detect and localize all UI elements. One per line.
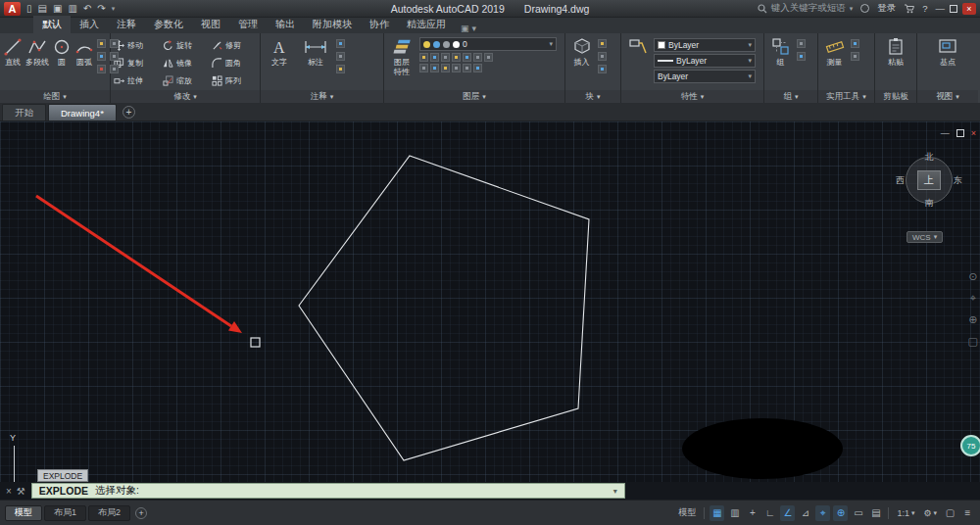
ribbon-tab-output[interactable]: 输出 [267,16,304,33]
layout-tab-layout2[interactable]: 布局2 [88,505,130,521]
qat-dropdown-icon[interactable]: ▾ [112,2,116,16]
circle-button[interactable]: 圆 [52,35,72,67]
panel-label-block[interactable]: 块 ▾ [565,90,620,103]
selection-cycling-icon[interactable]: ▤ [868,505,883,521]
scale-button[interactable]: 缩放 [163,72,210,89]
measure-button[interactable]: 测量 [821,35,848,67]
ribbon-tab-insert[interactable]: 插入 [71,16,108,33]
panel-label-layers[interactable]: 图层 ▾ [384,90,564,103]
command-input[interactable]: EXPLODE 选择对象: ▾ [31,483,625,499]
layer-thaw-icon[interactable] [430,64,439,72]
pan-icon[interactable]: ⌖ [970,292,976,305]
object-snap-icon[interactable]: ⊕ [833,505,848,521]
viewcube[interactable]: 北 西 东 南 上 [900,151,958,210]
orbit-icon[interactable]: ▢ [968,335,978,348]
viewcube-south[interactable]: 南 [925,197,934,210]
new-file-icon[interactable]: ▯ [26,2,32,16]
drawing-canvas[interactable]: — × 北 西 东 南 上 WCS ▾ ⊙ ⌖ ⊕ ▢ Y 75 [0,121,980,482]
id-point-tool-icon[interactable] [851,52,859,61]
new-layout-button[interactable]: + [135,507,147,519]
edit-attribute-tool-icon[interactable] [598,52,607,61]
array-button[interactable]: 阵列 [212,72,259,89]
layer-dropdown[interactable]: 0 ▾ [419,37,557,51]
infer-constraints-icon[interactable]: + [745,505,760,521]
close-icon[interactable]: × [962,3,976,15]
panel-label-modify[interactable]: 修改 ▾ [111,90,260,103]
layer-current-icon[interactable] [452,64,461,72]
group-edit-tool-icon[interactable] [797,52,806,61]
layer-lock-tool-icon[interactable] [452,53,461,62]
create-block-tool-icon[interactable] [598,39,607,48]
color-dropdown[interactable]: ByLayer ▾ [654,38,756,52]
rectangle-tool-icon[interactable] [97,39,106,48]
ortho-toggle-icon[interactable]: ∟ [762,505,777,521]
file-tab-drawing4[interactable]: Drawing4* [48,104,117,120]
pentagon-polyline[interactable] [299,156,589,460]
layer-unisolate-icon[interactable] [419,64,428,72]
fullscreen-icon[interactable]: ▢ [943,505,957,521]
undo-icon[interactable]: ↶ [83,2,91,16]
autocad-logo[interactable]: A [4,2,21,16]
match-properties-button[interactable] [624,35,651,57]
ribbon-tab-collaborate[interactable]: 协作 [361,16,398,33]
help-icon[interactable]: ? [922,3,927,14]
move-button[interactable]: 移动 [114,36,161,54]
layout-tab-layout1[interactable]: 布局1 [44,505,86,521]
ungroup-tool-icon[interactable] [797,39,806,48]
linetype-dropdown[interactable]: ByLayer ▾ [654,70,756,83]
point-tool-icon[interactable] [97,65,106,73]
layer-state-icon[interactable] [484,53,493,62]
hatch-tool-icon[interactable] [97,52,106,61]
dimension-button[interactable]: 标注 [298,35,333,67]
viewcube-west[interactable]: 西 [896,174,905,187]
settings-gear-control[interactable]: ⚙ ▾ [920,508,940,518]
save-icon[interactable]: ▣ [53,2,62,16]
polar-tracking-icon[interactable]: ∠ [780,505,795,521]
spline-tool-icon[interactable] [110,52,119,61]
signin-button[interactable]: 登录 [877,2,896,15]
doc-close-icon[interactable]: × [971,128,976,138]
layer-prev-icon[interactable] [473,53,482,62]
panel-label-draw[interactable]: 绘图 ▾ [0,90,110,103]
base-view-button[interactable]: 基点 [935,35,961,67]
region-tool-icon[interactable] [110,65,119,73]
viewcube-east[interactable]: 东 [954,174,962,187]
copy-button[interactable]: 复制 [114,54,161,72]
layer-freeze-tool-icon[interactable] [441,53,450,62]
maximize-icon[interactable] [950,5,957,13]
stretch-button[interactable]: 拉伸 [114,72,161,89]
text-button[interactable]: A 文字 [264,35,295,67]
fillet-button[interactable]: 圆角 [212,54,259,72]
customization-menu-icon[interactable]: ≡ [960,505,975,521]
grid-toggle-icon[interactable]: ▦ [710,505,724,521]
mirror-button[interactable]: 镜像 [163,54,210,72]
paste-button[interactable]: 粘贴 [883,35,909,67]
file-tab-start[interactable]: 开始 [2,104,46,120]
panel-label-utilities[interactable]: 实用工具 ▾ [818,90,874,103]
layout-tab-model[interactable]: 模型 [5,505,42,521]
ribbon-tab-addins[interactable]: 附加模块 [304,16,361,33]
ribbon-tab-home[interactable]: 默认 [33,16,71,33]
ribbon-tab-manage[interactable]: 管理 [229,16,267,33]
panel-label-annotate[interactable]: 注释 ▾ [261,90,383,103]
insert-block-button[interactable]: 插入 [568,35,595,67]
layer-match-icon[interactable] [463,53,471,62]
viewcube-north[interactable]: 北 [925,151,934,164]
isometric-drafting-icon[interactable]: ⊿ [798,505,812,521]
layer-unlock-icon[interactable] [441,64,450,72]
ribbon-tab-view[interactable]: 视图 [192,16,229,33]
ribbon-tab-annotate[interactable]: 注释 [108,16,145,33]
ellipse-tool-icon[interactable] [110,39,119,48]
layer-isolate-icon[interactable] [430,53,439,62]
lineweight-toggle-icon[interactable]: ▭ [851,505,865,521]
command-close-icon[interactable]: × [6,486,12,497]
notification-badge[interactable]: 75 [960,435,980,456]
new-tab-button[interactable]: + [122,106,135,119]
zoom-extents-icon[interactable]: ⊕ [968,313,977,326]
annotation-scale-control[interactable]: 1:1 ▾ [894,508,917,518]
ribbon-tab-parametric[interactable]: 参数化 [145,16,192,33]
viewcube-top-face[interactable]: 上 [917,170,941,190]
search-box[interactable]: 键入关键字或短语 ▾ [758,2,854,15]
line-button[interactable]: 直线 [3,35,23,67]
object-snap-tracking-icon[interactable]: ⌖ [815,505,830,521]
